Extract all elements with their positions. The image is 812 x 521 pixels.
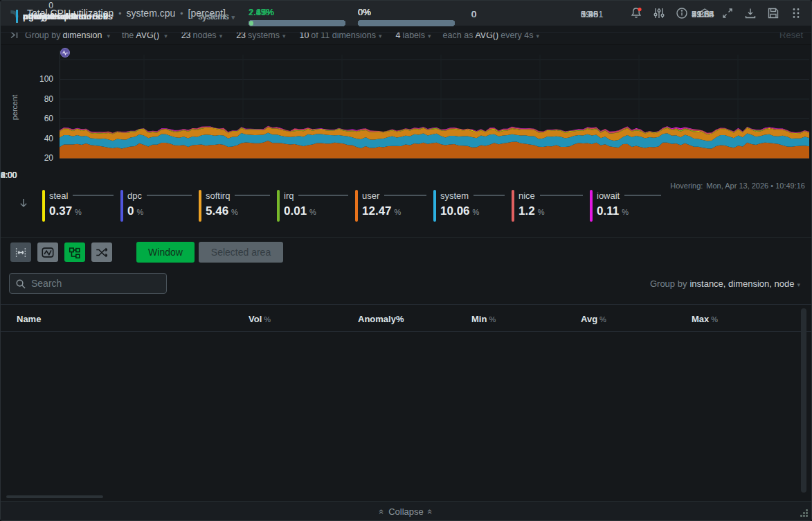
legend-item-iowait[interactable]: iowait 0.11% xyxy=(590,188,668,222)
y-tick: 80 xyxy=(28,94,53,104)
y-tick: 40 xyxy=(28,134,53,143)
column-suffix: % xyxy=(599,315,606,324)
legend-rule xyxy=(384,195,426,196)
row-name: newyork-demo xyxy=(23,11,87,21)
row-scope-dropdown[interactable]: systems xyxy=(188,12,235,21)
table-row[interactable]: newyork-demo systems 2.83% 0% 0 0.9 9.35 xyxy=(1,1,812,33)
column-suffix: % xyxy=(711,315,718,324)
y-tick: 100 xyxy=(28,74,53,84)
legend-rule xyxy=(624,195,661,196)
table-vertical-scrollbar[interactable] xyxy=(801,308,806,493)
max-value: 9.35 xyxy=(692,9,709,19)
legend-rule xyxy=(540,195,583,196)
chevron-down-icon xyxy=(536,33,539,39)
search-box[interactable] xyxy=(9,273,167,294)
vol-bar-fill xyxy=(249,21,253,26)
dimension-value: 5.46 xyxy=(206,204,228,218)
arrow-down-icon[interactable] xyxy=(17,197,30,209)
chevron-down-icon xyxy=(231,14,235,21)
search-input[interactable] xyxy=(31,278,161,289)
dimension-unit: % xyxy=(231,208,238,216)
column-header-avg[interactable]: Avg% xyxy=(581,314,606,324)
anomaly-rate-badge-icon[interactable] xyxy=(60,48,70,58)
dimension-value: 0 xyxy=(127,204,134,218)
dimension-unit: % xyxy=(395,208,402,216)
dimension-value: 12.47 xyxy=(362,204,392,218)
dimension-unit: % xyxy=(622,208,629,216)
column-header-max[interactable]: Max% xyxy=(692,314,718,324)
cpu-stacked-area-chart[interactable] xyxy=(60,55,809,159)
chevron-down-icon xyxy=(219,33,223,39)
horizontal-selection-button[interactable] xyxy=(10,242,31,262)
legend-item-steal[interactable]: steal 0.37% xyxy=(42,188,120,222)
column-header-vol[interactable]: Vol% xyxy=(249,314,271,324)
legend-item-softirq[interactable]: softirq 5.46% xyxy=(199,188,277,222)
collapse-bar[interactable]: Collapse xyxy=(1,501,811,521)
legend-item-irq[interactable]: irq 0.01% xyxy=(277,188,355,222)
column-label: Avg xyxy=(581,314,597,324)
dimension-unit: % xyxy=(309,208,316,216)
chevron-up-icon xyxy=(425,509,435,514)
chart-image-button[interactable] xyxy=(37,242,58,262)
collapse-label: Collapse xyxy=(388,506,424,517)
y-tick: 60 xyxy=(28,114,53,123)
scope-label: systems xyxy=(198,12,228,21)
avg-value: 0.9 xyxy=(581,9,593,19)
selected-area-button[interactable]: Selected area xyxy=(199,242,283,263)
column-label: Name xyxy=(17,314,41,324)
legend-rule xyxy=(235,195,270,196)
table-horizontal-scrollbar[interactable] xyxy=(6,495,103,498)
groupby-value: instance, dimension, node xyxy=(689,279,794,289)
chevron-down-icon xyxy=(797,281,800,288)
hover-timestamp: Hovering:Mon, Apr 13, 2026 • 10:49:16 xyxy=(670,182,805,190)
row-color-bar xyxy=(16,10,18,23)
dimension-unit: % xyxy=(538,208,545,216)
dimension-name: irq xyxy=(284,191,294,201)
section-divider xyxy=(1,237,811,238)
dimension-unit: % xyxy=(473,208,480,216)
legend-item-nice[interactable]: nice 1.2% xyxy=(512,188,590,222)
anomaly-bar xyxy=(358,20,455,26)
legend-item-dpc[interactable]: dpc 0% xyxy=(120,188,199,222)
y-axis-label: percent xyxy=(10,80,19,135)
dimension-value: 0.01 xyxy=(284,204,307,218)
window-button[interactable]: Window xyxy=(136,242,195,263)
min-value: 0 xyxy=(471,9,476,19)
dimension-name: user xyxy=(362,191,379,201)
drilldown-tree-button[interactable] xyxy=(64,242,85,262)
chevron-down-icon xyxy=(107,33,110,39)
column-header-anomaly[interactable]: Anomaly% xyxy=(358,314,406,324)
chevron-down-icon xyxy=(164,33,168,39)
column-label: Vol xyxy=(249,314,262,324)
dimension-value: 10.06 xyxy=(440,204,470,218)
dimension-unit: % xyxy=(136,208,143,216)
y-tick: 20 xyxy=(28,153,53,163)
dimension-value: 0.11 xyxy=(597,204,619,218)
legend-item-user[interactable]: user 12.47% xyxy=(355,188,433,222)
legend-rule xyxy=(298,195,348,196)
hover-value: Mon, Apr 13, 2026 • 10:49:16 xyxy=(706,182,805,190)
column-label: Anomaly% xyxy=(358,314,404,324)
column-header-min[interactable]: Min% xyxy=(471,314,496,324)
netdata-chart-window: Total CPU utilization•system.cpu•[percen… xyxy=(0,0,812,521)
column-label: Max xyxy=(692,314,709,324)
table-header: Name Vol% Anomaly% Min% Avg% Max% xyxy=(1,304,812,332)
resize-handle[interactable] xyxy=(797,506,808,517)
legend-item-system[interactable]: system 10.06% xyxy=(433,188,512,222)
table-groupby-dropdown[interactable]: Group by instance, dimension, node xyxy=(650,279,800,289)
dimension-name: steal xyxy=(49,191,68,201)
legend-rule xyxy=(147,195,192,196)
dimension-name: softirq xyxy=(206,191,230,201)
legend-rule xyxy=(73,195,114,196)
compare-shuffle-button[interactable] xyxy=(91,242,112,262)
chevron-up-icon xyxy=(377,509,387,514)
dimension-name: system xyxy=(440,191,469,201)
dimension-name: nice xyxy=(518,191,535,201)
x-tick: 10:54:00 xyxy=(0,170,17,180)
hover-label: Hovering: xyxy=(670,182,703,190)
dimension-unit: % xyxy=(75,208,82,216)
dimensions-legend: steal 0.37% dpc 0% softirq 5.46% irq 0.0… xyxy=(42,188,668,222)
chevron-down-icon xyxy=(428,33,431,39)
column-header-name[interactable]: Name xyxy=(17,314,43,324)
chevron-down-icon xyxy=(282,33,286,39)
